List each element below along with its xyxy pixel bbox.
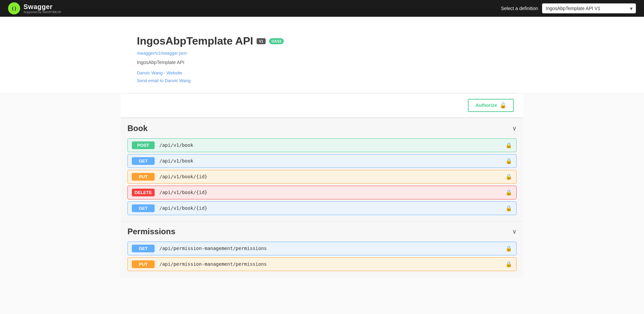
definition-select-wrapper[interactable]: IngosAbpTemplate API V1 bbox=[542, 3, 636, 13]
endpoint-get-permissions[interactable]: GET /api/permission-management/permissio… bbox=[127, 242, 517, 255]
book-endpoints: POST /api/v1/book 🔒 GET /api/v1/book 🔒 P… bbox=[121, 138, 523, 221]
definition-selector-area: Select a definition IngosAbpTemplate API… bbox=[501, 3, 636, 13]
authorize-lock-icon: 🔓 bbox=[500, 102, 506, 109]
put-badge: PUT bbox=[132, 173, 155, 181]
brand-area: { } Swagger Supported by SMARTBEAR bbox=[8, 2, 61, 14]
api-info-content: IngosAbpTemplate API V1 OAS3 /swagger/v1… bbox=[121, 17, 523, 93]
get-badge-2: GET bbox=[132, 204, 155, 212]
post-book-lock-icon: 🔒 bbox=[505, 142, 512, 148]
endpoint-post-book[interactable]: POST /api/v1/book 🔒 bbox=[127, 138, 517, 152]
book-section-title: Book bbox=[127, 124, 148, 133]
delete-badge: DELETE bbox=[132, 189, 155, 196]
contact-website-link[interactable]: Danvic Wang - Website bbox=[137, 69, 507, 77]
book-chevron-icon: ∨ bbox=[512, 125, 517, 132]
api-header: IngosAbpTemplate API V1 OAS3 /swagger/v1… bbox=[127, 27, 517, 93]
endpoint-get-book[interactable]: GET /api/v1/book 🔒 bbox=[127, 154, 517, 168]
get-badge: GET bbox=[132, 157, 155, 165]
get-book-lock-icon: 🔒 bbox=[505, 158, 512, 164]
definition-select[interactable]: IngosAbpTemplate API V1 bbox=[542, 3, 636, 13]
api-title-row: IngosAbpTemplate API V1 OAS3 bbox=[137, 35, 507, 47]
get-book-path: /api/v1/book bbox=[159, 158, 505, 164]
swagger-logo-icon: { } bbox=[8, 2, 20, 14]
api-description: IngosAbpTemplate API bbox=[137, 60, 507, 65]
swagger-json-link[interactable]: /swagger/v1/swagger.json bbox=[137, 51, 507, 56]
endpoint-get-book-id[interactable]: GET /api/v1/book/{id} 🔒 bbox=[127, 201, 517, 215]
book-section: Book ∨ POST /api/v1/book 🔒 GET /api/v1/b… bbox=[121, 118, 523, 221]
get-book-id-lock-icon: 🔒 bbox=[505, 205, 512, 211]
get-permissions-path: /api/permission-management/permissions bbox=[159, 246, 505, 251]
permissions-section-header[interactable]: Permissions ∨ bbox=[121, 221, 523, 242]
endpoint-put-book-id[interactable]: PUT /api/v1/book/{id} 🔒 bbox=[127, 170, 517, 184]
authorize-label: Authorize bbox=[475, 103, 497, 108]
endpoint-put-permissions[interactable]: PUT /api/permission-management/permissio… bbox=[127, 257, 517, 271]
put-permissions-lock-icon: 🔒 bbox=[505, 261, 512, 267]
select-definition-label: Select a definition bbox=[501, 6, 538, 11]
permissions-section-title: Permissions bbox=[127, 227, 175, 236]
swagger-brand: Swagger Supported by SMARTBEAR bbox=[23, 3, 61, 14]
oas3-badge: OAS3 bbox=[269, 38, 284, 44]
put-book-id-path: /api/v1/book/{id} bbox=[159, 174, 505, 179]
swagger-brand-name: Swagger bbox=[23, 3, 61, 11]
get-book-id-path: /api/v1/book/{id} bbox=[159, 205, 505, 211]
api-title: IngosAbpTemplate API bbox=[137, 35, 253, 47]
permissions-section: Permissions ∨ GET /api/permission-manage… bbox=[121, 221, 523, 277]
post-badge: POST bbox=[132, 141, 155, 149]
get-permissions-badge: GET bbox=[132, 245, 155, 252]
permissions-endpoints: GET /api/permission-management/permissio… bbox=[121, 242, 523, 277]
permissions-chevron-icon: ∨ bbox=[512, 228, 517, 235]
put-permissions-badge: PUT bbox=[132, 260, 155, 268]
put-book-lock-icon: 🔒 bbox=[505, 174, 512, 180]
v1-badge: V1 bbox=[257, 38, 266, 44]
api-info-section: IngosAbpTemplate API V1 OAS3 /swagger/v1… bbox=[0, 17, 644, 93]
delete-book-lock-icon: 🔒 bbox=[505, 189, 512, 196]
swagger-brand-sub: Supported by SMARTBEAR bbox=[23, 11, 61, 14]
delete-book-id-path: /api/v1/book/{id} bbox=[159, 190, 505, 195]
get-permissions-lock-icon: 🔒 bbox=[505, 245, 512, 252]
authorize-section: Authorize 🔓 bbox=[121, 93, 523, 118]
contact-email-link[interactable]: Send email to Danvic Wang bbox=[137, 77, 507, 84]
top-navigation: { } Swagger Supported by SMARTBEAR Selec… bbox=[0, 0, 644, 17]
book-section-header[interactable]: Book ∨ bbox=[121, 118, 523, 138]
api-contact: Danvic Wang - Website Send email to Danv… bbox=[137, 69, 507, 85]
authorize-button[interactable]: Authorize 🔓 bbox=[468, 99, 514, 112]
put-permissions-path: /api/permission-management/permissions bbox=[159, 261, 505, 267]
endpoint-delete-book-id[interactable]: DELETE /api/v1/book/{id} 🔒 bbox=[127, 186, 517, 199]
post-book-path: /api/v1/book bbox=[159, 142, 505, 148]
